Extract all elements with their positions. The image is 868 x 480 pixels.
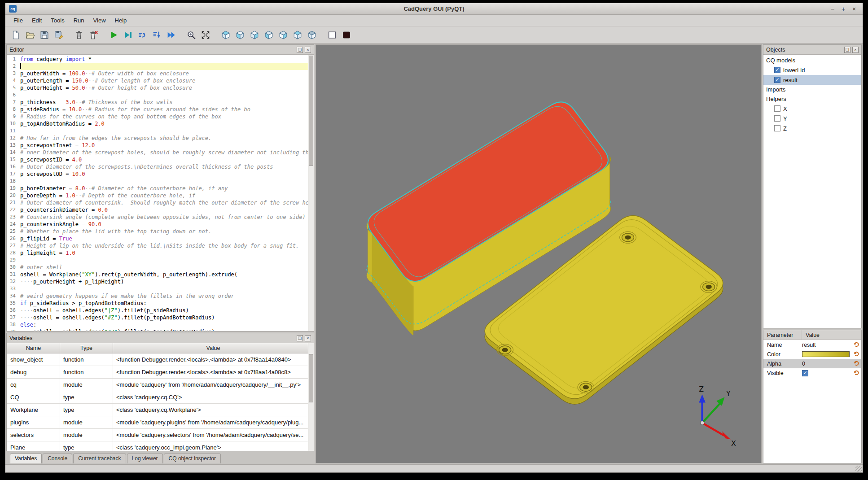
variable-row[interactable]: cqmodule<module 'cadquery' from '/home/a…	[7, 378, 314, 391]
toggle-wireframe-button[interactable]	[325, 28, 338, 41]
variables-scrollbar[interactable]	[308, 343, 314, 451]
open-file-button[interactable]	[23, 28, 36, 41]
tree-item-z[interactable]: Z	[763, 123, 861, 133]
variable-row[interactable]: selectorsmodule<module 'cadquery.selecto…	[7, 428, 314, 441]
code-line[interactable]: 33	[7, 285, 314, 292]
code-line[interactable]: 37····oshell = oshell.edges("#Z").fillet…	[7, 314, 314, 321]
view-right-button[interactable]	[276, 28, 289, 41]
code-line[interactable]: 25# Whether to place the lid with the to…	[7, 228, 314, 235]
parameter-row-color[interactable]: Color	[763, 349, 861, 359]
tree-group-cq-models[interactable]: CQ models	[763, 56, 861, 65]
3d-scene[interactable]: Z Y X	[316, 45, 761, 463]
code-line[interactable]: 22p_countersinkDiameter = 0.0	[7, 206, 314, 214]
code-line[interactable]: 4p_outerLength = 150.0··# Outer length o…	[7, 77, 314, 84]
code-line[interactable]: 11	[7, 127, 314, 135]
visibility-checkbox[interactable]	[774, 77, 780, 83]
code-line[interactable]: 32····p_outerHeight + p_lipHeight)	[7, 278, 314, 285]
save-file-button[interactable]	[38, 28, 51, 41]
code-line[interactable]: 39····oshell = oshell.edges("#Z").fillet…	[7, 328, 314, 331]
view-bottom-button[interactable]	[305, 28, 318, 41]
color-swatch[interactable]	[802, 351, 850, 357]
menu-file[interactable]: File	[9, 16, 27, 25]
visible-checkbox[interactable]	[802, 370, 808, 376]
fit-all-button[interactable]	[199, 28, 212, 41]
code-line[interactable]: 5p_outerHeight = 50.0··# Outer height of…	[7, 84, 314, 92]
code-line[interactable]: 31oshell = Workplane("XY").rect(p_outerW…	[7, 271, 314, 278]
code-line[interactable]: 12# How far in from the edges the screwp…	[7, 135, 314, 142]
toggle-shaded-button[interactable]	[340, 28, 353, 41]
code-line[interactable]: 2	[7, 63, 314, 70]
code-line[interactable]: 28p_lipHeight = 1.0	[7, 249, 314, 257]
parameter-row-visible[interactable]: Visible	[763, 368, 861, 378]
close-button[interactable]: ×	[850, 5, 858, 13]
zoom-to-fit-button[interactable]	[184, 28, 197, 41]
tree-item-x[interactable]: X	[763, 104, 861, 113]
menu-edit[interactable]: Edit	[27, 16, 46, 25]
code-line[interactable]: 20p_boreDepth = 1.0··# Depth of the coun…	[7, 192, 314, 199]
new-file-button[interactable]	[9, 28, 22, 41]
variables-column-header[interactable]: Name	[7, 343, 60, 353]
code-line[interactable]: 30# outer shell	[7, 264, 314, 271]
code-line[interactable]: 13p_screwpostInset = 12.0	[7, 142, 314, 149]
parameter-value[interactable]: result	[802, 342, 861, 348]
visibility-checkbox[interactable]	[774, 67, 780, 73]
minimize-button[interactable]: −	[829, 5, 837, 13]
view-back-button[interactable]	[248, 28, 261, 41]
code-line[interactable]: 16# Outer Diameter of the screwposts.\nD…	[7, 163, 314, 170]
reset-button[interactable]	[853, 370, 859, 376]
parameter-row-name[interactable]: Nameresult	[763, 340, 861, 349]
code-line[interactable]: 10p_topAndBottomRadius = 2.0	[7, 120, 314, 127]
editor-scrollbar[interactable]	[308, 55, 314, 331]
parameter-value[interactable]	[802, 351, 861, 357]
code-line[interactable]: 24p_countersinkAngle = 90.0	[7, 221, 314, 228]
code-editor[interactable]: 1from cadquery import *23p_outerWidth = …	[7, 55, 314, 331]
variable-row[interactable]: show_objectfunction<function Debugger.re…	[7, 353, 314, 366]
close-panel-icon[interactable]: ×	[305, 335, 311, 341]
code-line[interactable]: 15p_screwpostID = 4.0	[7, 156, 314, 163]
code-line[interactable]: 8p_sideRadius = 10.0··# Radius for the c…	[7, 106, 314, 113]
parameter-value[interactable]: 0	[802, 361, 861, 367]
code-line[interactable]: 27# Height of lip on the underside of th…	[7, 242, 314, 249]
tree-item-result[interactable]: result	[763, 75, 861, 85]
code-line[interactable]: 34# weird geometry happens if we make th…	[7, 292, 314, 300]
variable-row[interactable]: pluginsmodule<module 'cadquery.plugins' …	[7, 416, 314, 428]
close-panel-icon[interactable]: ×	[305, 47, 311, 53]
tab-current-traceback[interactable]: Current traceback	[73, 454, 126, 463]
variables-column-header[interactable]: Type	[60, 343, 113, 353]
render-button[interactable]	[107, 28, 120, 41]
viewport-3d[interactable]: Z Y X	[316, 44, 762, 463]
visibility-checkbox[interactable]	[774, 125, 780, 131]
code-line[interactable]: 7p_thickness = 3.0··# Thickness of the b…	[7, 99, 314, 106]
reset-button[interactable]	[853, 360, 859, 367]
delete-current-button[interactable]	[72, 28, 85, 41]
tab-cq-object-inspector[interactable]: CQ object inspector	[164, 454, 221, 463]
continue-run-button[interactable]	[164, 28, 177, 41]
debug-run-button[interactable]	[121, 28, 134, 41]
tree-group-helpers[interactable]: Helpers	[763, 94, 861, 104]
resize-grip[interactable]	[855, 466, 862, 471]
variable-row[interactable]: Planetype<class 'cadquery.occ_impl.geom.…	[7, 441, 314, 451]
float-panel-icon[interactable]: ❏	[844, 47, 850, 53]
tree-item-y[interactable]: Y	[763, 113, 861, 123]
code-line[interactable]: 26p_flipLid = True	[7, 235, 314, 242]
visibility-checkbox[interactable]	[774, 115, 780, 122]
code-line[interactable]: 29	[7, 257, 314, 264]
view-front-button[interactable]	[233, 28, 246, 41]
code-line[interactable]: 1from cadquery import *	[7, 56, 314, 63]
visibility-checkbox[interactable]	[774, 105, 780, 112]
maximize-button[interactable]: +	[839, 5, 847, 13]
code-line[interactable]: 18	[7, 178, 314, 185]
float-panel-icon[interactable]: ❏	[297, 47, 303, 53]
save-as-button[interactable]	[52, 28, 65, 41]
menu-run[interactable]: Run	[69, 16, 89, 25]
code-line[interactable]: 38else:	[7, 321, 314, 328]
parameter-value[interactable]	[802, 370, 861, 376]
reset-button[interactable]	[853, 351, 859, 357]
tab-log-viewer[interactable]: Log viewer	[127, 454, 163, 463]
tree-group-imports[interactable]: Imports	[763, 85, 861, 94]
view-left-button[interactable]	[262, 28, 275, 41]
code-line[interactable]: 23# Countersink angle (complete angle be…	[7, 214, 314, 221]
view-top-button[interactable]	[291, 28, 304, 41]
close-panel-icon[interactable]: ×	[852, 47, 859, 53]
parameter-row-alpha[interactable]: Alpha0	[763, 359, 861, 368]
